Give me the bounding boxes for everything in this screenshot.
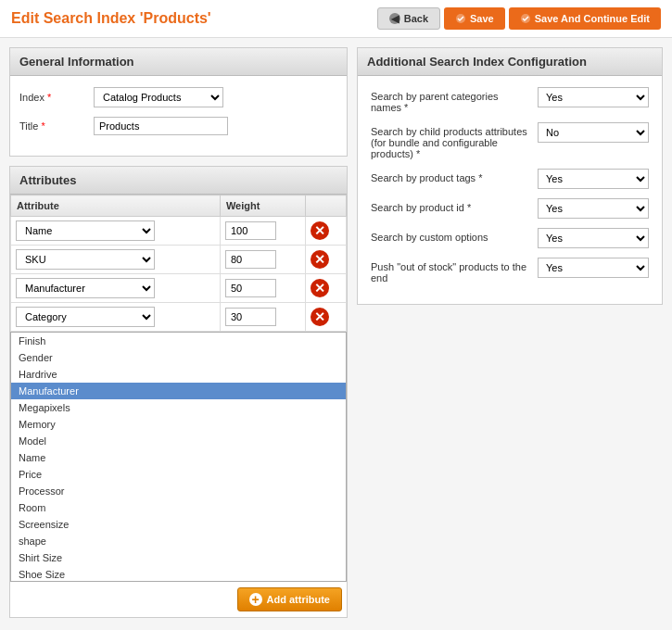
list-item[interactable]: Gender — [11, 349, 346, 366]
config-select-4[interactable]: YesNo — [538, 228, 649, 248]
list-item[interactable]: Model — [11, 433, 346, 449]
attributes-header: Attributes — [10, 167, 347, 195]
plus-icon: + — [249, 593, 262, 606]
delete-button-1[interactable]: ✕ — [311, 250, 329, 269]
delete-icon-1: ✕ — [311, 250, 329, 269]
general-info-section: General Information Index * Catalog Prod… — [9, 47, 348, 157]
weight-input-3[interactable] — [225, 308, 276, 326]
back-button[interactable]: ◀ Back — [377, 7, 440, 30]
add-attr-row: + Add attribute — [10, 582, 347, 617]
weight-col-header: Weight — [220, 195, 306, 217]
delete-button-0[interactable]: ✕ — [311, 221, 329, 240]
weight-cell-2 — [220, 274, 306, 303]
main-content: General Information Index * Catalog Prod… — [0, 38, 672, 630]
config-label-3: Search by product id * — [371, 198, 538, 213]
list-item[interactable]: Hardrive — [11, 366, 346, 383]
list-item[interactable]: Name — [11, 449, 346, 466]
attr-cell-0: Name — [11, 217, 221, 246]
additional-config-header: Additional Search Index Configuration — [358, 48, 662, 76]
table-row: Manufacturer ✕ — [11, 274, 347, 303]
title-row: Title * — [19, 117, 337, 135]
page-header: Edit Search Index 'Products' ◀ Back Save… — [0, 0, 672, 38]
config-select-3[interactable]: YesNo — [538, 198, 649, 219]
attr-select-0[interactable]: Name — [16, 220, 155, 241]
page-title: Edit Search Index 'Products' — [11, 10, 211, 27]
delete-cell-1: ✕ — [306, 246, 347, 274]
attr-cell-3: Category — [11, 303, 221, 332]
index-select[interactable]: Catalog Products — [94, 87, 223, 107]
config-select-0[interactable]: YesNo — [538, 87, 649, 107]
list-item[interactable]: Megapixels — [11, 399, 346, 416]
list-item[interactable]: Shoe Size — [11, 566, 346, 582]
weight-input-0[interactable] — [225, 221, 276, 240]
weight-input-2[interactable] — [225, 279, 276, 297]
weight-cell-1 — [220, 246, 306, 274]
list-item[interactable]: Price — [11, 466, 346, 483]
right-panel: Additional Search Index Configuration Se… — [357, 47, 663, 627]
delete-cell-0: ✕ — [306, 217, 347, 246]
list-item[interactable]: shape — [11, 533, 346, 549]
weight-input-1[interactable] — [225, 250, 276, 269]
table-row: Category ✕ — [11, 303, 347, 332]
config-label-0: Search by parent categories names * — [371, 87, 538, 113]
left-panel: General Information Index * Catalog Prod… — [9, 47, 348, 627]
delete-cell-3: ✕ — [306, 303, 347, 332]
list-item[interactable]: Finish — [11, 333, 346, 349]
delete-button-3[interactable]: ✕ — [311, 308, 329, 326]
back-icon: ◀ — [389, 13, 400, 24]
list-item[interactable]: Manufacturer — [11, 383, 346, 399]
attr-col-header: Attribute — [11, 195, 221, 217]
attr-select-1[interactable]: SKU — [16, 249, 155, 270]
list-item[interactable]: Processor — [11, 483, 346, 499]
title-input[interactable] — [94, 117, 228, 135]
index-row: Index * Catalog Products — [19, 87, 337, 107]
config-label-1: Search by child products attributes (for… — [371, 122, 538, 159]
index-required: * — [47, 92, 51, 103]
header-buttons: ◀ Back Save Save And Continue Edit — [377, 7, 661, 30]
config-row-2: Search by product tags *YesNo — [367, 169, 653, 189]
config-row-0: Search by parent categories names *YesNo — [367, 87, 653, 113]
attr-select-2[interactable]: Manufacturer — [16, 278, 155, 298]
attr-dropdown[interactable]: FinishGenderHardriveManufacturerMegapixe… — [10, 332, 347, 582]
general-info-header: General Information — [10, 48, 347, 76]
config-select-2[interactable]: YesNo — [538, 169, 649, 189]
action-col-header — [306, 195, 347, 217]
attr-table-header: Attribute Weight — [11, 195, 347, 217]
attributes-section: Attributes Attribute Weight Name — [9, 166, 348, 618]
config-row-3: Search by product id *YesNo — [367, 198, 653, 219]
additional-config-section: Additional Search Index Configuration Se… — [357, 47, 663, 305]
config-row-5: Push "out of stock" products to the endY… — [367, 258, 653, 284]
save-continue-icon — [520, 13, 531, 24]
config-select-1[interactable]: YesNo — [538, 122, 649, 143]
config-select-5[interactable]: YesNo — [538, 258, 649, 278]
delete-cell-2: ✕ — [306, 274, 347, 303]
title-required: * — [41, 120, 44, 132]
config-row-1: Search by child products attributes (for… — [367, 122, 653, 159]
config-label-5: Push "out of stock" products to the end — [371, 258, 538, 284]
list-item[interactable]: Shirt Size — [11, 549, 346, 566]
attributes-table: Attribute Weight Name ✕ — [10, 195, 347, 332]
list-item[interactable]: Memory — [11, 416, 346, 433]
list-item[interactable]: Room — [11, 499, 346, 516]
weight-cell-3 — [220, 303, 306, 332]
general-info-body: Index * Catalog Products Title * — [10, 76, 347, 156]
attributes-body: Attribute Weight Name ✕ — [10, 195, 347, 617]
save-continue-button[interactable]: Save And Continue Edit — [509, 7, 661, 30]
attr-cell-1: SKU — [11, 246, 221, 274]
add-attribute-button[interactable]: + Add attribute — [237, 587, 342, 611]
delete-button-2[interactable]: ✕ — [311, 279, 329, 297]
save-button[interactable]: Save — [444, 7, 505, 30]
list-item[interactable]: Screensize — [11, 516, 346, 533]
index-label: Index * — [19, 92, 94, 103]
attr-cell-2: Manufacturer — [11, 274, 221, 303]
attr-table-body: Name ✕ SKU ✕ — [11, 217, 347, 332]
delete-icon-3: ✕ — [311, 308, 329, 326]
delete-icon-2: ✕ — [311, 279, 329, 297]
attr-select-3[interactable]: Category — [16, 307, 155, 327]
additional-config-body: Search by parent categories names *YesNo… — [358, 76, 662, 304]
table-row: Name ✕ — [11, 217, 347, 246]
weight-cell-0 — [220, 217, 306, 246]
delete-icon-0: ✕ — [311, 221, 329, 240]
table-row: SKU ✕ — [11, 246, 347, 274]
config-label-4: Search by custom options — [371, 228, 538, 243]
